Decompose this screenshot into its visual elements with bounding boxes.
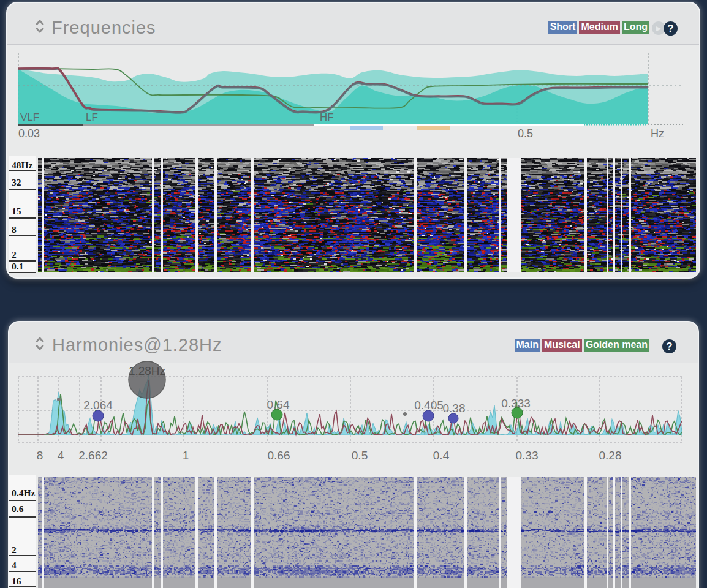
svg-text:Hz: Hz bbox=[651, 127, 664, 140]
svg-text:0.03: 0.03 bbox=[18, 127, 40, 140]
svg-text:0.5: 0.5 bbox=[518, 127, 533, 140]
svg-text:0.28: 0.28 bbox=[599, 449, 622, 462]
svg-text:HF: HF bbox=[320, 111, 334, 123]
svg-text:1: 1 bbox=[183, 449, 189, 462]
svg-text:0.33: 0.33 bbox=[516, 449, 539, 462]
svg-text:0.38: 0.38 bbox=[443, 402, 466, 415]
svg-text:0.405: 0.405 bbox=[414, 399, 444, 412]
svg-text:1.28Hz: 1.28Hz bbox=[129, 364, 165, 377]
svg-text:0.333: 0.333 bbox=[501, 397, 531, 410]
svg-text:2.662: 2.662 bbox=[78, 449, 108, 462]
svg-text:0.5: 0.5 bbox=[352, 449, 368, 462]
svg-text:LF: LF bbox=[86, 111, 98, 123]
svg-text:2.064: 2.064 bbox=[83, 399, 113, 412]
svg-text:0.64: 0.64 bbox=[267, 398, 290, 411]
svg-text:VLF: VLF bbox=[20, 111, 39, 123]
svg-text:8: 8 bbox=[37, 449, 43, 462]
svg-text:0.66: 0.66 bbox=[268, 449, 290, 462]
svg-text:4: 4 bbox=[58, 449, 64, 462]
svg-text:0.4: 0.4 bbox=[433, 449, 450, 462]
